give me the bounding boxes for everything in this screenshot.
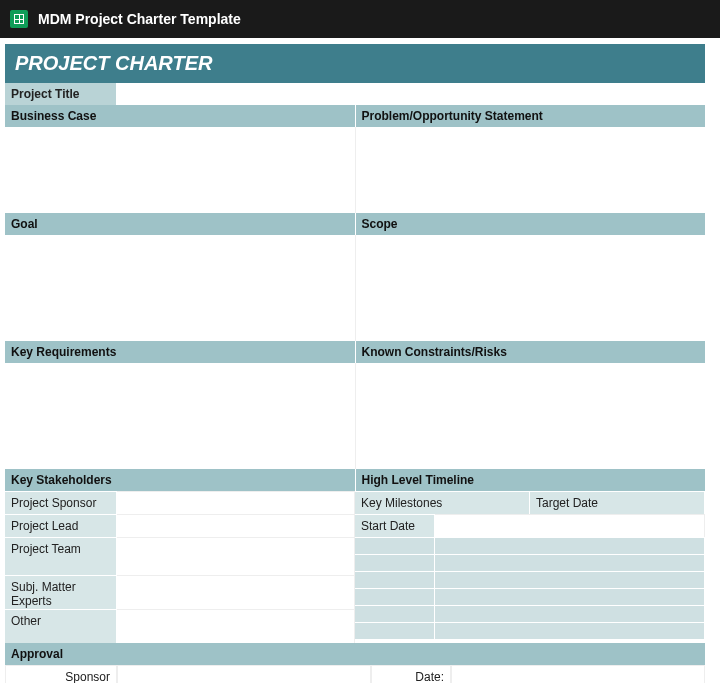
problem-statement-body[interactable] bbox=[356, 127, 706, 213]
project-title-row: Project Title bbox=[5, 83, 705, 105]
tl-date-5[interactable] bbox=[435, 605, 705, 622]
key-requirements-body[interactable] bbox=[5, 363, 356, 469]
tl-date-4[interactable] bbox=[435, 588, 705, 605]
section-high-level-timeline: High Level Timeline bbox=[356, 469, 706, 491]
stk-sme-label: Subj. Matter Experts bbox=[5, 575, 117, 609]
goal-body[interactable] bbox=[5, 235, 356, 341]
stk-project-sponsor-value[interactable] bbox=[117, 491, 355, 514]
tl-key-milestones-header: Key Milestones bbox=[355, 491, 530, 514]
project-title-input[interactable] bbox=[117, 83, 705, 105]
stakeholders-table: Project Sponsor Project Lead Project Tea… bbox=[5, 491, 355, 643]
section-goal: Goal bbox=[5, 213, 356, 235]
approval-sponsor-label: Sponsor bbox=[5, 665, 117, 683]
tl-milestone-1[interactable] bbox=[355, 537, 435, 554]
timeline-table: Key Milestones Target Date Start Date bbox=[355, 491, 705, 643]
section-problem-statement: Problem/Opportunity Statement bbox=[356, 105, 706, 127]
tl-date-6[interactable] bbox=[435, 622, 705, 639]
approval-sponsor-value[interactable] bbox=[117, 665, 371, 683]
tl-date-1[interactable] bbox=[435, 537, 705, 554]
app-topbar: MDM Project Charter Template bbox=[0, 0, 720, 38]
tl-date-2[interactable] bbox=[435, 554, 705, 571]
approval-date-label: Date: bbox=[371, 665, 451, 683]
stk-other-label: Other bbox=[5, 609, 117, 643]
tl-milestone-6[interactable] bbox=[355, 622, 435, 639]
tl-milestone-4[interactable] bbox=[355, 588, 435, 605]
section-business-case: Business Case bbox=[5, 105, 356, 127]
charter-sheet: PROJECT CHARTER Project Title Business C… bbox=[5, 44, 705, 683]
section-known-constraints: Known Constraints/Risks bbox=[356, 341, 706, 363]
stk-sme-value[interactable] bbox=[117, 575, 355, 609]
sheets-icon bbox=[10, 10, 28, 28]
project-title-label: Project Title bbox=[5, 83, 117, 105]
stk-project-team-value[interactable] bbox=[117, 537, 355, 575]
section-key-requirements: Key Requirements bbox=[5, 341, 356, 363]
charter-banner: PROJECT CHARTER bbox=[5, 44, 705, 83]
scope-body[interactable] bbox=[356, 235, 706, 341]
tl-milestone-5[interactable] bbox=[355, 605, 435, 622]
stk-project-lead-value[interactable] bbox=[117, 514, 355, 537]
approval-date-value[interactable] bbox=[451, 665, 705, 683]
tl-milestone-2[interactable] bbox=[355, 554, 435, 571]
tl-start-date-label: Start Date bbox=[355, 514, 435, 537]
business-case-body[interactable] bbox=[5, 127, 356, 213]
approval-row: Sponsor Date: bbox=[5, 665, 705, 683]
section-key-stakeholders: Key Stakeholders bbox=[5, 469, 356, 491]
section-scope: Scope bbox=[356, 213, 706, 235]
known-constraints-body[interactable] bbox=[356, 363, 706, 469]
stk-project-sponsor-label: Project Sponsor bbox=[5, 491, 117, 514]
section-approval: Approval bbox=[5, 643, 705, 665]
tl-milestone-3[interactable] bbox=[355, 571, 435, 588]
stk-project-lead-label: Project Lead bbox=[5, 514, 117, 537]
document-title[interactable]: MDM Project Charter Template bbox=[38, 11, 241, 27]
tl-date-3[interactable] bbox=[435, 571, 705, 588]
tl-start-date-value[interactable] bbox=[435, 514, 705, 537]
tl-target-date-header: Target Date bbox=[530, 491, 705, 514]
stk-other-value[interactable] bbox=[117, 609, 355, 643]
stk-project-team-label: Project Team bbox=[5, 537, 117, 575]
